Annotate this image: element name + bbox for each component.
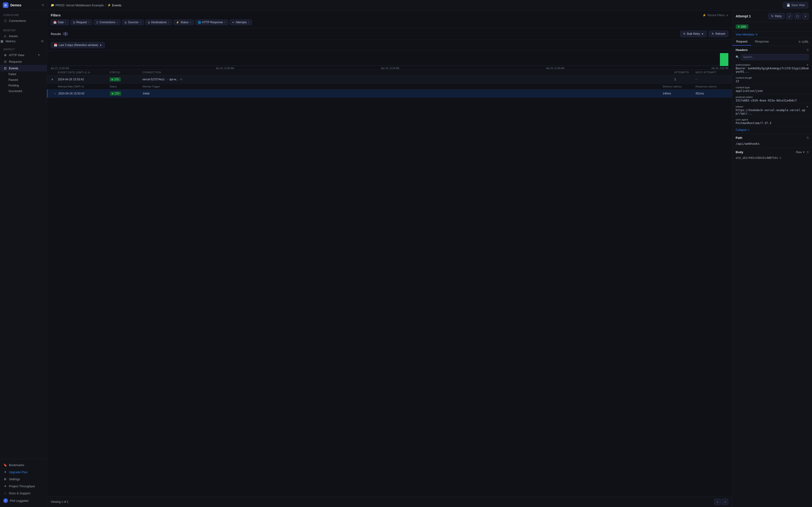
chart-bar — [326, 65, 334, 66]
filter-tag-status[interactable]: ⚡ Status + — [173, 19, 193, 25]
request-filter-plus: + — [88, 21, 90, 24]
prev-button[interactable]: ‹ — [714, 499, 721, 505]
attempt-row[interactable]: ↳ 2024-04-26 15:53:42 200 Initial 140ms … — [47, 90, 732, 98]
sidebar-item-bookmarks[interactable]: 🔖 Bookmarks — [0, 461, 47, 468]
sidebar-item-metrics[interactable]: ▦ Metrics — [0, 39, 39, 43]
body-value-text: atm_ab2rKKkv5Q6vDi4WBfS4x — [736, 156, 778, 160]
detail-panel: Attempt 1 ↻ Retry ⤢ ⬡ × — [732, 11, 812, 507]
sidebar-toggle-icon[interactable]: ≡ — [42, 3, 44, 7]
sidebar-item-upgrade[interactable]: ⬆ Upgrade Plan — [0, 468, 47, 475]
event-connection: vercel-527074e1c → api-w... ↻ — [142, 78, 674, 81]
attempt-date: 2024-04-26 15:53:42 — [58, 92, 110, 95]
http-view-label: HTTP View — [9, 53, 24, 57]
filter-tag-http-response[interactable]: 🌐 HTTP Response + — [195, 19, 228, 25]
retry-button[interactable]: ↻ Retry — [768, 13, 785, 19]
sidebar-sub-item-successful[interactable]: Successful — [8, 88, 47, 94]
next-button[interactable]: › — [722, 499, 729, 505]
body-copy-button[interactable]: ⎘ — [807, 150, 809, 154]
headers-copy-button[interactable]: ⎘ — [807, 48, 809, 52]
bulk-retry-button[interactable]: ↻ Bulk Retry ▼ — [680, 31, 707, 37]
connections-filter-icon: ⬡ — [96, 21, 99, 24]
sidebar-item-metrics-row: ▦ Metrics ⊞ — [0, 39, 47, 43]
open-new-window-button[interactable]: ⬡ — [794, 13, 801, 19]
requests-icon: ⊡ — [3, 60, 7, 63]
chart-bar — [471, 65, 479, 66]
filter-tag-date[interactable]: 📅 Date + — [51, 19, 69, 25]
user-avatar: P — [3, 498, 8, 503]
chart-bar — [377, 65, 385, 66]
expand-panel-button[interactable]: ⤢ — [786, 13, 793, 19]
attempt-row-arrow-cell: ↳ — [51, 92, 58, 95]
user-agent-value: PostmanRuntime/7.37.3 — [736, 121, 809, 125]
headers-search-input[interactable] — [741, 54, 809, 60]
close-panel-button[interactable]: × — [802, 13, 809, 19]
monitor-label: Monitor — [0, 28, 47, 33]
request-filter-icon: ⊡ — [73, 21, 75, 24]
expand-icon[interactable]: ▼ — [51, 78, 58, 81]
sidebar-item-issues[interactable]: ⚠ Issues — [0, 33, 47, 39]
table-header-date[interactable]: Event Date (GMT+1) ⇅ — [58, 71, 110, 74]
breadcrumb-root[interactable]: 📁 PROD: Vercel Middleware Example — [51, 4, 104, 7]
content-type-value: application/json — [736, 89, 809, 93]
time-filter-button[interactable]: 📅 Last 3 days (Retention window) ▼ — [51, 42, 105, 48]
table-header-attempts: Attempts — [674, 71, 695, 74]
path-copy-button[interactable]: ⎘ — [807, 136, 809, 139]
save-view-button[interactable]: 💾 Save View — [783, 2, 808, 8]
referer-expand-icon[interactable]: ▼ — [806, 106, 809, 108]
breadcrumb-current: ⚡ Events — [107, 4, 121, 7]
connections-filter-plus: + — [117, 21, 118, 24]
detail-status-bar: 200 — [732, 22, 812, 32]
event-retry-icon[interactable]: ↻ — [180, 78, 182, 81]
collapse-button[interactable]: Collapse × — [732, 126, 812, 133]
sidebar-item-throughput[interactable]: ✦ Project Throughput — [0, 483, 47, 490]
chart-bar — [411, 65, 420, 66]
metrics-expand-icon[interactable]: ⊞ — [41, 40, 47, 43]
filter-tag-attempts[interactable]: ↩ Attempts + — [230, 19, 252, 25]
sidebar-item-docs[interactable]: ○ Docs & Support — [0, 490, 47, 497]
chart-bar — [171, 65, 179, 66]
filter-tag-destinations[interactable]: ◎ Destinations + — [145, 19, 172, 25]
sidebar-item-http-view[interactable]: ⊕ HTTP View ▼ — [0, 52, 47, 58]
header-item-user-agent: user-agent PostmanRuntime/7.37.3 — [732, 117, 812, 126]
sidebar-item-requests[interactable]: ⊡ Requests — [0, 58, 47, 65]
chart-bar — [617, 65, 626, 66]
filter-tag-sources[interactable]: ◎ Sources + — [122, 19, 143, 25]
chart-bar — [231, 65, 239, 66]
view-metadata-button[interactable]: View Metadata ↻ — [736, 33, 809, 36]
event-row[interactable]: ▼ 2024-04-26 15:53:42 200 vercel-527074e… — [47, 75, 732, 83]
sidebar-sub-item-paused[interactable]: Paused — [8, 77, 47, 83]
request-filter-label: Request — [76, 21, 87, 24]
refresh-button[interactable]: ↻ Refresh — [709, 31, 729, 37]
status-filter-icon: ⚡ — [176, 21, 179, 24]
curl-button[interactable]: ⎘ cURL — [796, 38, 812, 46]
bulk-retry-chevron-icon: ▼ — [701, 33, 704, 35]
connection-dest: api-w... — [169, 78, 178, 81]
chart-bar — [76, 65, 85, 66]
view-metadata-icon: ↻ — [755, 33, 758, 36]
postman-token-value: 3317e083-c619-4eee-933a-0dce31a4b6c7 — [736, 99, 809, 102]
sidebar-item-user[interactable]: P Phil Leggetter — [0, 497, 47, 505]
open-new-window-icon: ⬡ — [796, 14, 799, 18]
recent-filters-button[interactable]: ⚡ Recent Filters ∧ — [702, 14, 729, 17]
sidebar-sub-item-pending[interactable]: Pending — [8, 83, 47, 88]
filter-tag-connections[interactable]: ⬡ Connections + — [94, 19, 121, 25]
tab-response[interactable]: Response — [751, 38, 772, 46]
attempt-status-badge: 200 — [110, 92, 121, 96]
sidebar-item-connections[interactable]: ⬡ Connections — [0, 17, 47, 24]
close-panel-icon: × — [805, 14, 806, 18]
raw-chevron-icon: ▼ — [803, 151, 805, 154]
sidebar-sub-item-failed[interactable]: Failed — [8, 71, 47, 77]
http-view-chevron: ▼ — [38, 54, 44, 56]
filter-tag-request[interactable]: ⊡ Request + — [70, 19, 92, 25]
authorization-key: authorization ▼ — [736, 63, 809, 66]
sidebar-item-events[interactable]: ⊡ Events — [0, 65, 47, 71]
events-panel: Filters ⚡ Recent Filters ∧ 📅 Date + ⊡ — [47, 11, 732, 507]
copy-icon: ⎘ — [799, 40, 801, 44]
sidebar-item-settings[interactable]: ⚙ Settings — [0, 475, 47, 483]
search-icon: 🔍 — [736, 55, 739, 59]
retry-btn-label: Retry — [775, 14, 782, 18]
tab-request[interactable]: Request — [732, 38, 751, 46]
authorization-expand-icon[interactable]: ▼ — [806, 64, 809, 66]
body-copy-inline-button[interactable]: ⎘ — [779, 156, 781, 160]
raw-toggle[interactable]: Raw ▼ — [796, 151, 805, 154]
